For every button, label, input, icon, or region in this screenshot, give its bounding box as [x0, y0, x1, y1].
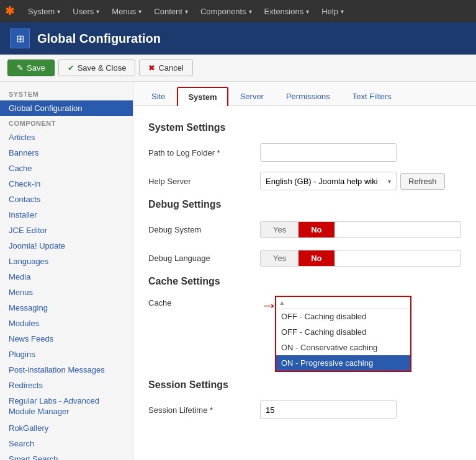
page-icon: ⊞ — [10, 29, 30, 48]
refresh-button[interactable]: Refresh — [400, 173, 445, 190]
debug-language-no-button[interactable]: No — [299, 250, 334, 266]
nav-components[interactable]: Components ▾ — [194, 0, 258, 22]
debug-settings-title: Debug Settings — [148, 199, 461, 210]
nav-users[interactable]: Users ▾ — [66, 0, 106, 22]
sidebar-item-media[interactable]: Media — [0, 269, 133, 285]
sidebar-item-global-configuration[interactable]: Global Configuration — [0, 100, 133, 116]
sidebar-item-postinstall[interactable]: Post-installation Messages — [0, 362, 133, 378]
sidebar-item-redirects[interactable]: Redirects — [0, 378, 133, 393]
check-icon: ✔ — [68, 63, 74, 73]
content-body: System Settings Path to Log Folder * Hel… — [133, 106, 476, 438]
help-server-label: Help Server — [148, 177, 260, 186]
cache-option-3[interactable]: ON - Progressive caching — [276, 355, 410, 371]
caret-icon: ▾ — [249, 8, 252, 15]
tab-site[interactable]: Site — [141, 87, 176, 105]
help-server-control: English (GB) - Joomla help wiki ▾ Refres… — [260, 172, 461, 190]
debug-language-toggle: Yes No — [260, 250, 461, 267]
nav-extensions[interactable]: Extensions ▾ — [258, 0, 316, 22]
joomla-logo: ✱ — [5, 4, 14, 18]
debug-system-no-button[interactable]: No — [299, 222, 334, 237]
cache-option-2[interactable]: ON - Conservative caching — [276, 340, 410, 355]
path-log-input[interactable] — [260, 143, 397, 162]
debug-system-row: Debug System Yes No — [148, 219, 461, 240]
debug-language-control: Yes No — [260, 250, 461, 267]
help-server-row: Help Server English (GB) - Joomla help w… — [148, 170, 461, 192]
page-title: Global Configuration — [37, 32, 161, 46]
debug-language-label: Debug Language — [148, 254, 260, 263]
cache-settings-title: Cache Settings — [148, 276, 461, 287]
sidebar-item-rokgallery[interactable]: RokGallery — [0, 420, 133, 436]
path-log-control — [260, 143, 461, 162]
sidebar-component-label: COMPONENT — [0, 116, 133, 130]
main-layout: SYSTEM Global Configuration COMPONENT Ar… — [0, 82, 476, 460]
sidebar-item-jce[interactable]: JCE Editor — [0, 223, 133, 238]
debug-system-label: Debug System — [148, 225, 260, 234]
help-server-select[interactable]: English (GB) - Joomla help wiki ▾ — [260, 172, 397, 190]
sidebar-item-smart-search[interactable]: Smart Search — [0, 451, 133, 460]
sidebar: SYSTEM Global Configuration COMPONENT Ar… — [0, 82, 133, 460]
session-lifetime-label: Session Lifetime * — [148, 405, 260, 415]
save-icon: ✎ — [17, 63, 24, 73]
content-area: Site System Server Permissions Text Filt… — [133, 82, 476, 460]
nav-help[interactable]: Help ▾ — [315, 0, 350, 22]
nav-system[interactable]: System ▾ — [22, 0, 66, 22]
cache-label: Cache — [148, 296, 260, 307]
debug-system-control: Yes No — [260, 221, 461, 238]
nav-menus[interactable]: Menus ▾ — [106, 0, 148, 22]
cache-option-1[interactable]: OFF - Caching disabled — [276, 324, 410, 340]
cache-option-0[interactable]: OFF - Caching disabled — [276, 309, 410, 324]
sidebar-item-languages[interactable]: Languages — [0, 254, 133, 269]
tab-bar: Site System Server Permissions Text Filt… — [133, 82, 476, 106]
sidebar-item-joomla-update[interactable]: Joomla! Update — [0, 238, 133, 254]
top-navigation: ✱ System ▾ Users ▾ Menus ▾ Content ▾ Com… — [0, 0, 476, 22]
save-button[interactable]: ✎ Save — [7, 60, 55, 76]
sidebar-item-search[interactable]: Search — [0, 436, 133, 451]
sidebar-item-regular-labs[interactable]: Regular Labs - Advanced Module Manager — [0, 393, 133, 420]
x-icon: ✖ — [148, 63, 155, 73]
debug-language-yes-button[interactable]: Yes — [261, 250, 299, 266]
sidebar-system-label: SYSTEM — [0, 87, 133, 100]
caret-icon: ▾ — [138, 8, 141, 15]
cache-row: Cache → ▲ OFF - Caching disabled OFF - C… — [148, 296, 461, 372]
save-close-button[interactable]: ✔ Save & Close — [58, 60, 136, 76]
cache-dropdown[interactable]: ▲ OFF - Caching disabled OFF - Caching d… — [275, 296, 411, 372]
sidebar-item-articles[interactable]: Articles — [0, 130, 133, 145]
session-lifetime-control — [260, 400, 461, 419]
caret-icon: ▾ — [96, 8, 99, 15]
select-caret-icon: ▾ — [388, 178, 391, 185]
sidebar-item-banners[interactable]: Banners — [0, 145, 133, 161]
sidebar-item-plugins[interactable]: Plugins — [0, 347, 133, 362]
nav-content[interactable]: Content ▾ — [148, 0, 194, 22]
path-log-label: Path to Log Folder * — [148, 148, 260, 157]
caret-icon: ▾ — [57, 8, 60, 15]
debug-language-row: Debug Language Yes No — [148, 247, 461, 268]
sidebar-item-messaging[interactable]: Messaging — [0, 300, 133, 316]
session-settings-title: Session Settings — [148, 379, 461, 391]
debug-system-yes-button[interactable]: Yes — [261, 222, 299, 237]
caret-icon: ▾ — [185, 8, 188, 15]
cache-list-container: ▲ OFF - Caching disabled OFF - Caching d… — [275, 296, 461, 372]
sidebar-item-installer[interactable]: Installer — [0, 207, 133, 223]
tab-text-filters[interactable]: Text Filters — [342, 87, 402, 105]
cancel-button[interactable]: ✖ Cancel — [139, 60, 192, 76]
sidebar-item-contacts[interactable]: Contacts — [0, 192, 133, 207]
tab-server[interactable]: Server — [230, 87, 274, 105]
sidebar-item-modules[interactable]: Modules — [0, 316, 133, 331]
sidebar-item-newsfeeds[interactable]: News Feeds — [0, 331, 133, 347]
sidebar-item-cache[interactable]: Cache — [0, 161, 133, 176]
tab-permissions[interactable]: Permissions — [276, 87, 341, 105]
sidebar-item-checkin[interactable]: Check-in — [0, 176, 133, 192]
caret-icon: ▾ — [306, 8, 309, 15]
title-bar: ⊞ Global Configuration — [0, 22, 476, 55]
path-log-row: Path to Log Folder * — [148, 142, 461, 163]
debug-system-toggle: Yes No — [260, 221, 461, 238]
sidebar-item-menus[interactable]: Menus — [0, 285, 133, 300]
system-settings-title: System Settings — [148, 122, 461, 133]
session-lifetime-input[interactable] — [260, 400, 397, 419]
toolbar: ✎ Save ✔ Save & Close ✖ Cancel — [0, 55, 476, 82]
caret-icon: ▾ — [341, 8, 344, 15]
session-lifetime-row: Session Lifetime * — [148, 399, 461, 420]
tab-system[interactable]: System — [177, 87, 228, 106]
